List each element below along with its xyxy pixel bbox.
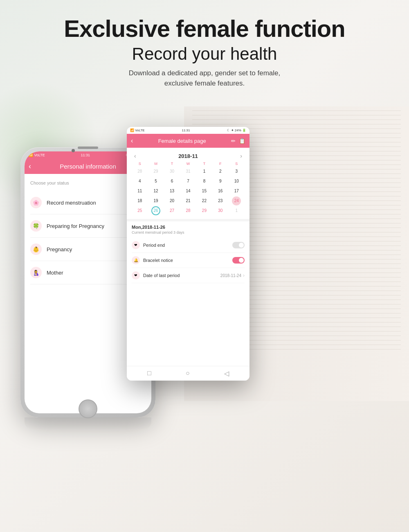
phone-2: 📶 VoLTE 11:31 ☾ ✦ 24% 🔋 ‹ Female details… bbox=[127, 127, 249, 381]
calendar-month: 2018-11 bbox=[178, 153, 198, 159]
cal-day-3[interactable]: 3 bbox=[229, 167, 245, 176]
period-end-toggle[interactable] bbox=[232, 242, 245, 248]
cal-day-29[interactable]: 29 bbox=[196, 206, 212, 216]
period-end-icon: ❤ bbox=[132, 241, 140, 249]
last-period-arrow: › bbox=[243, 273, 245, 278]
cal-day-27[interactable]: 27 bbox=[164, 206, 180, 216]
cal-day-1[interactable]: 1 bbox=[196, 167, 212, 176]
detail-row-last-period[interactable]: ❤ Date of last period 2018-11-24 › bbox=[132, 268, 245, 283]
cal-day-29-prev[interactable]: 29 bbox=[148, 167, 164, 176]
cal-day-1-next[interactable]: 1 bbox=[229, 206, 245, 216]
cal-day-12[interactable]: 12 bbox=[148, 186, 164, 196]
cal-day-20[interactable]: 20 bbox=[164, 196, 180, 206]
detail-date: Mon,2018-11-26 bbox=[132, 225, 245, 230]
calendar-widget: ‹ 2018-11 › S M T W T F S bbox=[127, 148, 249, 219]
phone-2-time: 11:31 bbox=[182, 128, 190, 132]
day-t1: T bbox=[164, 162, 180, 166]
bracelet-toggle[interactable] bbox=[232, 257, 245, 264]
phone-2-signal: 📶 VoLTE bbox=[130, 128, 145, 132]
cal-day-10[interactable]: 10 bbox=[229, 176, 245, 186]
phone-2-header-icons: ✏ 📋 bbox=[231, 138, 245, 144]
last-period-icon: ❤ bbox=[132, 271, 140, 280]
phone-1-reflection bbox=[25, 417, 151, 430]
calendar-navigation: ‹ 2018-11 › bbox=[130, 151, 246, 161]
detail-info: Current menstrual period 3 days bbox=[132, 230, 245, 234]
cal-day-14[interactable]: 14 bbox=[180, 186, 196, 196]
phone-2-status-bar: 📶 VoLTE 11:31 ☾ ✦ 24% 🔋 bbox=[127, 127, 249, 134]
mother-icon: 🤱 bbox=[30, 267, 42, 278]
cal-day-11[interactable]: 11 bbox=[132, 186, 148, 196]
cal-day-13[interactable]: 13 bbox=[164, 186, 180, 196]
day-f: F bbox=[212, 162, 228, 166]
detail-row-period-end: ❤ Period end bbox=[132, 238, 245, 253]
cal-day-5[interactable]: 5 bbox=[148, 176, 164, 186]
cal-day-19[interactable]: 19 bbox=[148, 196, 164, 206]
page-header: Exclusive female function Record your he… bbox=[0, 0, 409, 97]
cal-day-9[interactable]: 9 bbox=[212, 176, 228, 186]
detail-section: Mon,2018-11-26 Current menstrual period … bbox=[127, 221, 249, 366]
phone-2-nav-bar: □ ○ ◁ bbox=[127, 366, 249, 381]
subtitle: Record your health bbox=[0, 44, 409, 64]
cal-day-21[interactable]: 21 bbox=[180, 196, 196, 206]
day-m: M bbox=[148, 162, 164, 166]
main-title: Exclusive female function bbox=[0, 16, 409, 42]
cal-day-28[interactable]: 28 bbox=[180, 206, 196, 216]
menstruation-icon: 🌸 bbox=[30, 197, 42, 208]
phone-2-shell: 📶 VoLTE 11:31 ☾ ✦ 24% 🔋 ‹ Female details… bbox=[127, 127, 249, 381]
last-period-value: 2018-11-24 bbox=[220, 273, 241, 278]
cal-day-30[interactable]: 30 bbox=[212, 206, 228, 216]
pregnancy-icon: 👶 bbox=[30, 243, 42, 255]
period-end-label: Period end bbox=[143, 243, 232, 248]
cal-day-6[interactable]: 6 bbox=[164, 176, 180, 186]
phones-container: 📶 VoLTE 11:31 ☾ ✦ 24% 🔋 ‹ Personal infor… bbox=[12, 127, 397, 520]
detail-row-bracelet: 🔔 Bracelet notice bbox=[132, 253, 245, 268]
cal-day-24-highlight[interactable]: 24 bbox=[232, 196, 241, 205]
cal-day-28-prev[interactable]: 28 bbox=[132, 167, 148, 176]
cal-day-22[interactable]: 22 bbox=[196, 196, 212, 206]
cal-day-25[interactable]: 25 bbox=[132, 206, 148, 216]
cal-day-15[interactable]: 15 bbox=[196, 186, 212, 196]
bracelet-label: Bracelet notice bbox=[143, 258, 232, 263]
phone-2-screen: 📶 VoLTE 11:31 ☾ ✦ 24% 🔋 ‹ Female details… bbox=[127, 127, 249, 381]
cal-day-16[interactable]: 16 bbox=[212, 186, 228, 196]
cal-day-17[interactable]: 17 bbox=[229, 186, 245, 196]
edit-icon[interactable]: ✏ bbox=[231, 138, 236, 144]
cal-day-26-today[interactable]: 26 bbox=[151, 206, 160, 215]
nav-back-icon[interactable]: ◁ bbox=[224, 370, 229, 377]
calendar-icon[interactable]: 📋 bbox=[239, 138, 245, 144]
day-s2: S bbox=[229, 162, 245, 166]
cal-day-18[interactable]: 18 bbox=[132, 196, 148, 206]
next-month-button[interactable]: › bbox=[240, 153, 242, 159]
phone-1-camera bbox=[72, 149, 75, 152]
calendar-grid: 28 29 30 31 1 2 3 4 5 6 7 8 9 1 bbox=[130, 167, 246, 216]
phone-1-time: 11:31 bbox=[81, 153, 90, 157]
cal-day-2[interactable]: 2 bbox=[212, 167, 228, 176]
back-button[interactable]: ‹ bbox=[29, 162, 31, 171]
cal-day-7[interactable]: 7 bbox=[180, 176, 196, 186]
day-t2: T bbox=[196, 162, 212, 166]
cal-day-8[interactable]: 8 bbox=[196, 176, 212, 186]
cal-day-4[interactable]: 4 bbox=[132, 176, 148, 186]
phone-2-back-button[interactable]: ‹ bbox=[131, 137, 133, 144]
phone-1-home-button[interactable] bbox=[79, 399, 97, 418]
nav-circle-icon[interactable]: ○ bbox=[186, 370, 190, 377]
phone-2-battery: ☾ ✦ 24% 🔋 bbox=[227, 128, 246, 132]
nav-square-icon[interactable]: □ bbox=[147, 370, 151, 377]
phone-2-app-header: ‹ Female details page ✏ 📋 bbox=[127, 134, 249, 148]
prev-month-button[interactable]: ‹ bbox=[134, 153, 136, 159]
calendar-day-headers: S M T W T F S bbox=[130, 161, 246, 167]
cal-day-30-prev[interactable]: 30 bbox=[164, 167, 180, 176]
last-period-label: Date of last period bbox=[143, 273, 220, 278]
phone-1-speaker bbox=[78, 147, 98, 149]
pregnancy-prep-icon: 🍀 bbox=[30, 220, 42, 232]
phone-1-signal: 📶 VoLTE bbox=[29, 153, 45, 157]
description: Download a dedicated app, gender set to … bbox=[0, 68, 409, 89]
day-w: W bbox=[180, 162, 196, 166]
phone-1-app-title: Personal information bbox=[60, 163, 116, 170]
day-s1: S bbox=[132, 162, 148, 166]
cal-day-31-prev[interactable]: 31 bbox=[180, 167, 196, 176]
phone-2-app-title: Female details page bbox=[158, 138, 206, 144]
bracelet-icon: 🔔 bbox=[132, 256, 140, 264]
cal-day-23[interactable]: 23 bbox=[212, 196, 228, 206]
